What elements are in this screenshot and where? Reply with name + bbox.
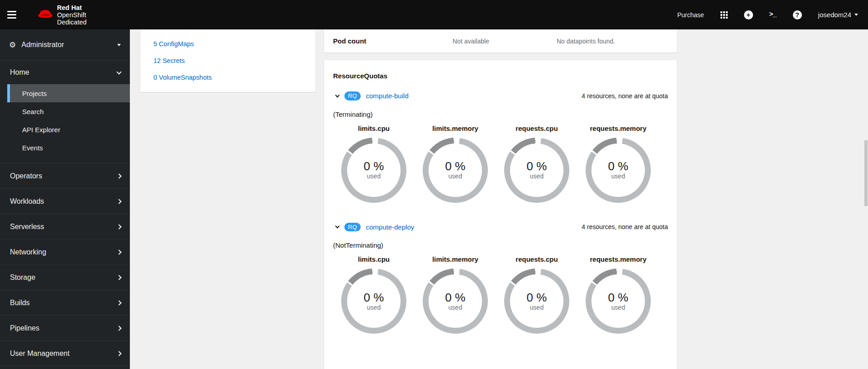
sidebar-item-label: Serverless: [10, 223, 44, 231]
sidebar-item-search[interactable]: Search: [7, 102, 130, 120]
gauge-value: 0 %: [364, 292, 384, 304]
sidebar-item-events[interactable]: Events: [7, 139, 130, 157]
gauge-value: 0 %: [527, 292, 547, 304]
gauge-limits-memory: limits.memory 0 % used: [415, 255, 496, 334]
metric-name: Pod count: [333, 37, 453, 45]
terminal-icon[interactable]: >_: [769, 11, 777, 19]
sidebar-item-networking[interactable]: Networking: [0, 240, 130, 265]
gauge-requests-cpu: requests.cpu 0 % used: [496, 255, 577, 334]
gauge-title: limits.memory: [415, 255, 496, 263]
gauge-sublabel: used: [530, 304, 544, 311]
resource-quotas-card: ResourceQuotas RQ compute-build 4 resour…: [324, 60, 677, 369]
gauge-value: 0 %: [445, 160, 466, 173]
chevron-right-icon: [116, 300, 121, 305]
card-title: ResourceQuotas: [333, 72, 668, 80]
gauge-value: 0 %: [608, 292, 629, 304]
gauge-requests-memory: requests.memory 0 % used: [577, 255, 659, 334]
user-menu[interactable]: josedom24: [818, 11, 858, 19]
donut-chart: 0 % used: [423, 268, 488, 334]
sidebar-item-label: User Management: [10, 350, 70, 358]
sidebar: ⚙ Administrator Home Projects Search API…: [0, 29, 130, 369]
donut-chart: 0 % used: [586, 138, 651, 203]
volumesnapshots-link[interactable]: 0 VolumeSnapshots: [153, 74, 315, 81]
sidebar-item-user-management[interactable]: User Management: [0, 341, 130, 366]
gauge-sublabel: used: [367, 173, 381, 180]
chevron-right-icon: [116, 249, 121, 254]
gauge-value: 0 %: [445, 292, 466, 304]
metric-note: No datapoints found.: [557, 38, 615, 45]
donut-chart: 0 % used: [341, 138, 406, 203]
app-launcher-icon[interactable]: [720, 11, 728, 19]
gauge-limits-cpu: limits.cpu 0 % used: [333, 255, 415, 334]
gauge-value: 0 %: [364, 160, 384, 173]
quota-summary: 4 resources, none are at quota: [582, 92, 668, 100]
brand-logo[interactable]: Red Hat OpenShift Dedicated: [37, 4, 86, 26]
gauge-title: requests.memory: [577, 255, 659, 263]
sidebar-item-label: Networking: [10, 248, 46, 256]
donut-chart: 0 % used: [586, 268, 651, 334]
sidebar-item-label: Search: [22, 108, 44, 115]
quota-name-link[interactable]: compute-build: [366, 92, 409, 100]
metric-value: Not available: [453, 38, 557, 45]
sidebar-item-operators[interactable]: Operators: [0, 163, 130, 189]
gauge-value: 0 %: [608, 160, 629, 173]
purchase-link[interactable]: Purchase: [677, 11, 704, 19]
gauge-title: limits.cpu: [333, 125, 415, 132]
gauge-sublabel: used: [448, 304, 462, 311]
red-hat-fedora-icon: [37, 9, 53, 21]
expand-toggle-chevron-icon[interactable]: [335, 93, 340, 97]
username: josedom24: [818, 11, 851, 19]
gauge-title: requests.memory: [577, 125, 659, 132]
caret-down-icon: [117, 44, 121, 46]
chevron-right-icon: [116, 199, 121, 204]
gauge-title: limits.memory: [415, 125, 496, 132]
chevron-right-icon: [116, 351, 121, 356]
expand-toggle-chevron-icon[interactable]: [335, 224, 340, 229]
gauge-sublabel: used: [367, 304, 381, 311]
sidebar-item-label: Home: [10, 68, 29, 77]
sidebar-item-label: Projects: [22, 90, 47, 97]
nav-toggle-icon[interactable]: [7, 6, 25, 24]
masthead: Red Hat OpenShift Dedicated Purchase + >…: [0, 0, 868, 29]
sidebar-item-label: Operators: [10, 172, 42, 180]
quota-row-compute-deploy: RQ compute-deploy 4 resources, none are …: [333, 223, 668, 232]
help-icon[interactable]: ?: [793, 10, 802, 19]
sidebar-item-home[interactable]: Home: [0, 61, 130, 84]
secrets-link[interactable]: 12 Secrets: [153, 57, 315, 64]
main-content: 5 ConfigMaps 12 Secrets 0 VolumeSnapshot…: [130, 29, 868, 369]
sidebar-item-storage[interactable]: Storage: [0, 265, 130, 290]
donut-chart: 0 % used: [341, 268, 406, 334]
chevron-right-icon: [116, 275, 121, 280]
gauge-title: requests.cpu: [496, 125, 577, 132]
gauge-value: 0 %: [527, 160, 547, 173]
gauge-limits-cpu: limits.cpu 0 % used: [333, 125, 415, 203]
nav-group-home: Home Projects Search API Explorer Events: [0, 61, 130, 163]
configmaps-link[interactable]: 5 ConfigMaps: [153, 40, 315, 48]
gauge-title: limits.cpu: [333, 255, 415, 263]
sidebar-item-projects[interactable]: Projects: [7, 84, 130, 102]
perspective-switcher[interactable]: ⚙ Administrator: [0, 29, 130, 61]
inventory-card: 5 ConfigMaps 12 Secrets 0 VolumeSnapshot…: [140, 29, 315, 92]
import-yaml-plus-icon[interactable]: +: [744, 10, 753, 19]
sidebar-item-workloads[interactable]: Workloads: [0, 189, 130, 214]
resource-quota-badge: RQ: [344, 91, 361, 101]
quota-name-link[interactable]: compute-deploy: [366, 223, 415, 231]
resource-quota-badge: RQ: [344, 223, 361, 232]
sidebar-item-serverless[interactable]: Serverless: [0, 214, 130, 240]
vertical-scrollbar[interactable]: [864, 140, 868, 206]
sidebar-item-label: Storage: [10, 273, 35, 282]
gauge-sublabel: used: [611, 304, 625, 311]
chevron-right-icon: [116, 224, 121, 229]
utilization-card: Pod count Not available No datapoints fo…: [324, 29, 677, 53]
sidebar-item-label: API Explorer: [22, 126, 60, 134]
sidebar-item-pipelines[interactable]: Pipelines: [0, 316, 130, 341]
quota-summary: 4 resources, none are at quota: [582, 223, 668, 230]
sidebar-item-label: Pipelines: [10, 324, 39, 332]
sidebar-item-label: Workloads: [10, 197, 44, 206]
sidebar-item-api-explorer[interactable]: API Explorer: [7, 120, 130, 139]
gauge-sublabel: used: [611, 173, 625, 180]
sidebar-item-label: Events: [22, 144, 43, 152]
perspective-label: Administrator: [21, 41, 64, 49]
gauge-sublabel: used: [530, 173, 544, 180]
sidebar-item-builds[interactable]: Builds: [0, 290, 130, 316]
